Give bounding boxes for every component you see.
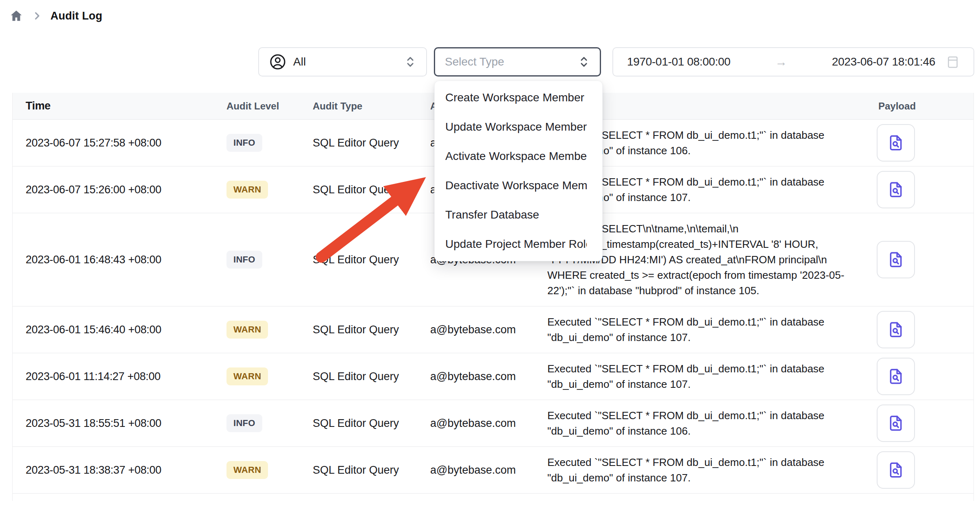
payload-button[interactable]: [877, 124, 915, 162]
file-search-icon: [886, 250, 905, 269]
time-cell: 2023-06-07 15:26:00 +08:00: [13, 184, 224, 196]
payload-cell: [867, 311, 973, 348]
payload-button[interactable]: [877, 171, 915, 208]
time-cell: 2023-06-01 15:46:40 +08:00: [13, 324, 224, 336]
col-header-payload: Payload: [867, 101, 973, 112]
audit-type-cell: SQL Editor Query: [313, 417, 430, 430]
audit-level-badge: WARN: [226, 367, 268, 385]
audit-level-badge: WARN: [226, 321, 268, 339]
audit-level-badge: INFO: [226, 251, 262, 269]
file-search-icon: [886, 367, 905, 386]
comment-cell: Executed `"SELECT * FROM db_ui_demo.t1;"…: [547, 353, 867, 400]
audit-level-badge: WARN: [226, 461, 268, 479]
payload-cell: [867, 358, 973, 395]
audit-type-cell: SQL Editor Query: [313, 324, 430, 336]
type-dropdown-menu: Create Workspace Member Update Workspace…: [434, 81, 603, 261]
dropdown-option[interactable]: Deactivate Workspace Member: [435, 171, 602, 200]
payload-button[interactable]: [877, 311, 915, 348]
time-cell: 2023-06-01 16:48:43 +08:00: [13, 254, 224, 266]
table-row: 2023-06-01 11:14:27 +08:00 WARN SQL Edit…: [13, 353, 973, 400]
type-filter-select[interactable]: Select Type: [434, 47, 601, 77]
date-range-picker[interactable]: 1970-01-01 08:00:00 → 2023-06-07 18:01:4…: [612, 47, 974, 77]
audit-type-cell: SQL Editor Query: [313, 464, 430, 477]
updown-chevron-icon: [404, 55, 416, 69]
comment-cell: Executed `"SELECT * FROM db_ui_demo.t1;"…: [547, 447, 867, 493]
actor-cell: a@bytebase.com: [430, 417, 547, 430]
file-search-icon: [886, 180, 905, 199]
audit-level-cell: WARN: [224, 181, 313, 199]
audit-level-badge: INFO: [226, 134, 262, 152]
audit-level-cell: INFO: [224, 414, 313, 432]
time-cell: 2023-05-31 18:55:51 +08:00: [13, 417, 224, 430]
payload-cell: [867, 451, 973, 489]
user-circle-icon: [269, 53, 287, 71]
col-header-time: Time: [13, 100, 224, 112]
col-header-audit-level: Audit Level: [224, 101, 313, 112]
audit-level-cell: WARN: [224, 461, 313, 479]
date-range-end[interactable]: 2023-06-07 18:01:46: [832, 55, 935, 68]
file-search-icon: [886, 133, 905, 152]
payload-cell: [867, 171, 973, 208]
table-row: 2023-06-01 15:46:40 +08:00 WARN SQL Edit…: [13, 306, 973, 353]
time-cell: 2023-06-01 11:14:27 +08:00: [13, 370, 224, 383]
partial-next-row: [13, 494, 973, 501]
audit-type-cell: SQL Editor Query: [313, 184, 430, 196]
dropdown-option[interactable]: Create Workspace Member: [435, 83, 602, 112]
actor-cell: a@bytebase.com: [430, 324, 547, 336]
payload-button[interactable]: [877, 241, 915, 278]
actor-cell: a@bytebase.com: [430, 464, 547, 477]
payload-button[interactable]: [877, 404, 915, 442]
dropdown-option[interactable]: Activate Workspace Member: [435, 142, 602, 171]
comment-cell: Executed `"SELECT * FROM db_ui_demo.t1;"…: [547, 306, 867, 353]
audit-level-badge: WARN: [226, 181, 268, 199]
time-cell: 2023-05-31 18:38:37 +08:00: [13, 464, 224, 477]
audit-type-cell: SQL Editor Query: [313, 254, 430, 266]
page-title: Audit Log: [50, 10, 102, 22]
dropdown-option[interactable]: Transfer Database: [435, 200, 602, 230]
home-icon[interactable]: [9, 9, 24, 23]
date-range-start[interactable]: 1970-01-01 08:00:00: [627, 55, 730, 68]
calendar-icon: [946, 54, 960, 70]
audit-level-badge: INFO: [226, 414, 262, 432]
file-search-icon: [886, 414, 905, 433]
payload-cell: [867, 241, 973, 278]
audit-level-cell: WARN: [224, 321, 313, 339]
table-row: 2023-05-31 18:55:51 +08:00 INFO SQL Edit…: [13, 400, 973, 447]
file-search-icon: [886, 461, 905, 479]
payload-button[interactable]: [877, 358, 915, 395]
dropdown-option[interactable]: Update Project Member Role: [435, 230, 602, 259]
comment-cell: Executed `"SELECT * FROM db_ui_demo.t1;"…: [547, 400, 867, 446]
breadcrumb: Audit Log: [9, 9, 102, 23]
file-search-icon: [886, 320, 905, 339]
audit-level-cell: INFO: [224, 134, 313, 152]
breadcrumb-chevron-icon: [33, 11, 41, 21]
filter-bar: All Select Type 1970-01-01 08:00:00 → 20…: [0, 47, 980, 77]
table-row: 2023-05-31 18:38:37 +08:00 WARN SQL Edit…: [13, 447, 973, 494]
dropdown-option[interactable]: Update Workspace Member: [435, 112, 602, 142]
audit-level-cell: WARN: [224, 367, 313, 385]
actor-filter-value: All: [293, 55, 306, 68]
payload-cell: [867, 124, 973, 162]
audit-type-cell: SQL Editor Query: [313, 370, 430, 383]
type-filter-placeholder: Select Type: [445, 55, 504, 68]
actor-cell: a@bytebase.com: [430, 370, 547, 383]
range-arrow-icon: →: [730, 55, 832, 69]
actor-filter-select[interactable]: All: [258, 47, 427, 77]
updown-chevron-icon: [578, 55, 590, 69]
audit-level-cell: INFO: [224, 251, 313, 269]
audit-type-cell: SQL Editor Query: [313, 137, 430, 149]
payload-cell: [867, 404, 973, 442]
time-cell: 2023-06-07 15:27:58 +08:00: [13, 137, 224, 149]
payload-button[interactable]: [877, 451, 915, 489]
col-header-audit-type: Audit Type: [313, 101, 430, 112]
